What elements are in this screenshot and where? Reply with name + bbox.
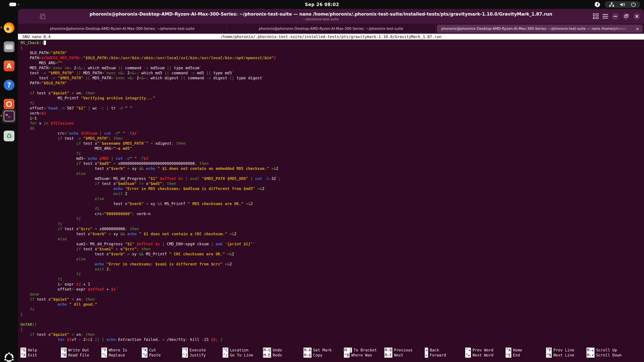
shortcut-label: Prev Word (472, 348, 494, 352)
code-line: test -x "$MD5_PATH" || MD5_PATH=`exec <&… (20, 70, 644, 75)
tab-overview-icon[interactable] (593, 13, 599, 19)
code-line: fi (20, 151, 644, 156)
shortcut-key: ^E (506, 353, 511, 358)
restore-button[interactable] (622, 13, 630, 20)
code-line: if test x"$md5sum" != x"$md5"; then (20, 181, 644, 186)
titlebar[interactable]: phoronix@phoronix-Desktop-AMD-Ryzen-AI-M… (18, 9, 644, 24)
shortcut-label: Scroll Down (596, 353, 622, 357)
tab-close-icon[interactable]: × (636, 26, 639, 31)
code-line: exit 2; (20, 267, 644, 272)
menu-icon[interactable] (602, 14, 608, 18)
code-line: verb=$2 (20, 111, 644, 116)
dock-item-files[interactable] (0, 39, 18, 54)
shortcut-key: ^B (344, 353, 350, 358)
dock-item-firefox[interactable] (0, 20, 18, 35)
terminal-window: phoronix@phoronix-Desktop-AMD-Ryzen-AI-M… (18, 9, 644, 362)
code-line (20, 85, 644, 90)
code-line: md5sum=`MS_dd_Progress "$1" $offset $s |… (20, 176, 644, 181)
terminal-tab-3[interactable]: phoronix@phoronix-Desktop-AMD-Ryzen-AI-M… (436, 24, 644, 34)
code-line: { (20, 45, 644, 50)
shortcut-key: ^K (142, 348, 148, 353)
code-line: echo "Error in checksums: $sum1 is diffe… (20, 262, 644, 267)
shortcut-key: M-F (384, 353, 392, 358)
running-indicator (0, 115, 2, 116)
shortcut-key: ^O (61, 348, 66, 353)
shortcut-label: Replace (109, 353, 125, 357)
code-line: fi (20, 101, 644, 106)
shortcut-key: M-▴ (586, 348, 594, 353)
shortcut-label: Set Mark (313, 348, 332, 352)
clock[interactable]: Sep 26 08:02 (0, 0, 644, 9)
desktop: Sep 26 08:02 (0, 0, 644, 362)
power-icon (630, 2, 636, 7)
code-line: test x"$verb" = xy && MS_Printf " MD5 ch… (20, 201, 644, 206)
shortcut-label: Scroll Up (596, 348, 617, 352)
shortcut-key: ▸ (425, 353, 428, 358)
code-line: fi (20, 307, 644, 312)
code-line: fi (20, 277, 644, 282)
code-line: if test x"$quiet" = xn; then (20, 90, 644, 96)
close-button[interactable]: × (633, 13, 640, 20)
dock-item-help[interactable]: ? (0, 77, 18, 93)
shortcut-label: Execute (190, 348, 206, 352)
code-line: crc=`echo $CRCsum | cut -d" " -f$i` (20, 131, 644, 136)
dock-item-show-apps[interactable] (0, 350, 18, 362)
tab-label: phoronix@phoronix-Desktop-AMD-Ryzen-AI-M… (50, 27, 194, 31)
shortcut-key: ◂ (425, 348, 428, 353)
shortcut-label: Copy (313, 353, 322, 357)
shortcut-previous: M-BPreviousM-FNext (384, 348, 425, 358)
system-status-menu[interactable] (605, 1, 640, 8)
code-line: if test x"$quiet" = xn; then (20, 332, 644, 337)
shortcut-label: Back (430, 348, 439, 352)
code-line: OLD_PATH="$PATH" (20, 50, 644, 55)
code-line: i=1 (20, 116, 644, 121)
shortcut-key: ^/ (222, 353, 228, 358)
code-line: i=`expr $i + 1` (20, 282, 644, 287)
code-line: } (20, 312, 644, 317)
tab-bar: phoronix@phoronix-Desktop-AMD-Ryzen-AI-M… (18, 24, 644, 34)
code-line: MD5_ARG="-a md5" (20, 146, 644, 151)
code-line: echo " All good." (20, 302, 644, 307)
window-subtitle: ~/phoronix-test-suite (303, 17, 339, 21)
code-line: test x"$verb" = xy && echo " $1 does not… (20, 231, 644, 236)
shortcut-where-is: ^FWhere Is^\Replace (101, 348, 142, 358)
shortcut-label: Exit (28, 353, 37, 357)
code-line: fi (20, 272, 644, 277)
shortcut-key: M-E (263, 353, 271, 358)
code-line: UnTAR() (20, 322, 644, 327)
terminal-tab-2[interactable]: phoronix@phoronix-Desktop-AMD-Ryzen-AI-M… (227, 24, 436, 34)
shortcut-scroll-up: M-▴Scroll UpM-▾Scroll Down (586, 348, 627, 358)
shortcut-key: M-U (263, 348, 271, 353)
new-tab-icon[interactable] (40, 14, 45, 19)
shortcut-to-bracket: M-]To Bracket^BWhere Was (344, 348, 384, 358)
shortcut-key: ^F (101, 348, 107, 353)
code-line: test x"$verb" = xy && echo " $1 does not… (20, 166, 644, 171)
shortcut-key: ^T (182, 348, 188, 353)
dock-item-terminal[interactable]: >_ (0, 108, 18, 124)
code-line: test -x "$MD5_PATH" || MD5_PATH=`exec <&… (20, 75, 644, 80)
shortcut-label: Where Was (351, 353, 372, 357)
software-update-icon[interactable] (595, 2, 600, 7)
code-line: echo "Error in MD5 checksums: $md5sum is… (20, 186, 644, 191)
app-center-icon: A (4, 60, 14, 71)
code-line: done (20, 292, 644, 297)
shortcut-label: Next (394, 353, 403, 357)
code-line: if test -x "$MD5_PATH"; then (20, 136, 644, 141)
minimize-button[interactable] (612, 13, 619, 20)
shortcut-key: ^◂ (465, 348, 471, 353)
code-line: MD5_ARG="" (20, 60, 644, 65)
tab-label: phoronix@phoronix-Desktop-AMD-Ryzen-AI-M… (441, 27, 634, 31)
dock-item-app-center[interactable]: A (0, 58, 18, 74)
code-line: MS_Printf "Verifying archive integrity..… (20, 96, 644, 101)
code-line: md5=`echo $MD5 | cut -d" " -f$i` (20, 156, 644, 161)
shortcut-location: ^CLocation^/Go To Line (222, 348, 263, 358)
code-line: else (20, 171, 644, 176)
dock: A?>_♻ (0, 9, 18, 362)
code-line: MD5_PATH=`exec <&- 2>&-; which md5sum ||… (20, 65, 644, 70)
dock-item-software-updater[interactable]: ♻ (0, 128, 18, 144)
shortcut-label: Cut (149, 348, 156, 352)
code-line: else (20, 196, 644, 201)
terminal-tab-1[interactable]: phoronix@phoronix-Desktop-AMD-Ryzen-AI-M… (18, 24, 227, 34)
terminal-screen[interactable]: MS_Check(){ OLD_PATH="$PATH" PATH=${GUES… (20, 40, 644, 342)
shortcut-help: ^GHelp^XExit (20, 348, 61, 358)
